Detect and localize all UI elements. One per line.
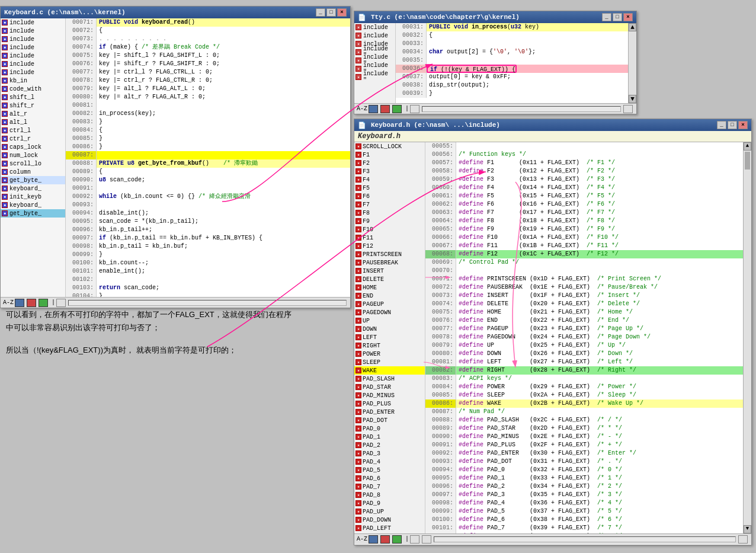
kbh-pad-2[interactable]: ★ PAD_2: [354, 441, 425, 449]
kbh-scroll-lock[interactable]: ★ SCROLL_LOCK: [354, 142, 425, 151]
sidebar-include-4[interactable]: ● include: [1, 43, 65, 52]
kbh-line-61: 00061: #define F5 (0x15 + FLAG_EXT) /* F…: [425, 192, 743, 200]
tty-close[interactable]: ×: [623, 13, 633, 21]
tty-sidebar-include-7[interactable]: ★ include ": [354, 73, 395, 81]
kbh-pad-enter[interactable]: ★ PAD_ENTER: [354, 408, 425, 416]
keyboard-h-window[interactable]: 📄 Keyboard.h (e:\nasm\ ...\include) _ □ …: [354, 119, 752, 545]
sidebar-init-keyb[interactable]: ● init_keyb: [1, 193, 65, 201]
line-91: 00091:: [66, 184, 350, 193]
kbh-line-94: 00094: #define PAD_0 (0x32 + FLAG_EXT) /…: [425, 466, 743, 474]
kbh-line-59: 00059: #define F3 (0x13 + FLAG_EXT) /* F…: [425, 175, 743, 184]
kbh-f3[interactable]: ★ F3: [354, 167, 425, 175]
kbh-line-78: 00078: #define PAGEDOWN (0x24 + FLAG_EXT…: [425, 333, 743, 341]
sidebar-include-1[interactable]: ● include: [1, 18, 65, 27]
sidebar-get-byte-current[interactable]: ● get_byte_: [1, 209, 65, 218]
kbh-pad-minus[interactable]: ★ PAD_MINUS: [354, 391, 425, 399]
sidebar-include-7[interactable]: ● include: [1, 68, 65, 76]
sidebar-ctrl-l[interactable]: ● ctrl_l: [1, 126, 65, 135]
tty-maximize[interactable]: □: [613, 13, 622, 21]
kbh-line-75: 00075: #define HOME (0x21 + FLAG_EXT) /*…: [425, 308, 743, 317]
sidebar-code-with[interactable]: ● code_with: [1, 85, 65, 93]
kbh-f8[interactable]: ★ F8: [354, 209, 425, 217]
kbh-line-95: 00095: #define PAD_1 (0x33 + FLAG_EXT) /…: [425, 474, 743, 482]
kbh-delete[interactable]: ★ DELETE: [354, 275, 425, 283]
kbh-line-68: 00068: #define F12 (0x1C + FLAG_EXT) /* …: [425, 250, 743, 258]
kbh-f9[interactable]: ★ F9: [354, 217, 425, 225]
kbh-line-63: 00063: #define F7 (0x17 + FLAG_EXT) /* F…: [425, 209, 743, 217]
sidebar-include-6[interactable]: ● include: [1, 60, 65, 68]
kbh-down[interactable]: ★ DOWN: [354, 325, 425, 333]
kbh-pad-down[interactable]: ★ PAD_DOWN: [354, 516, 425, 524]
tty-sidebar-include-1[interactable]: ★ include: [354, 23, 395, 31]
maximize-button[interactable]: □: [326, 8, 336, 17]
kbh-end[interactable]: ★ END: [354, 292, 425, 300]
kbh-pad-plus[interactable]: ★ PAD_PLUS: [354, 399, 425, 408]
kbh-pad-right[interactable]: ★ PAD_RIGHT: [354, 532, 425, 533]
kbh-f6[interactable]: ★ F6: [354, 192, 425, 200]
kbh-pad-left[interactable]: ★ PAD_LEFT: [354, 524, 425, 532]
kbh-maximize[interactable]: □: [728, 121, 737, 129]
kbh-pad-6[interactable]: ★ PAD_6: [354, 474, 425, 482]
kbh-minimize[interactable]: _: [717, 121, 726, 129]
kbh-f11[interactable]: ★ F11: [354, 234, 425, 242]
kbh-pad-1[interactable]: ★ PAD_1: [354, 433, 425, 441]
kbh-pad-8[interactable]: ★ PAD_8: [354, 491, 425, 499]
kbh-f5[interactable]: ★ F5: [354, 184, 425, 192]
tty-minimize[interactable]: _: [602, 13, 611, 21]
sidebar-include-5[interactable]: ● include: [1, 52, 65, 60]
kbh-pausebreak[interactable]: ★ PAUSEBREAK: [354, 258, 425, 267]
sidebar-ctrl-r[interactable]: ● ctrl_r: [1, 135, 65, 143]
kbh-pad-0[interactable]: ★ PAD_0: [354, 424, 425, 433]
line-81: 00081:: [66, 101, 350, 110]
kbh-pad-slash[interactable]: ★ PAD_SLASH: [354, 375, 425, 383]
sidebar-keyboard-2[interactable]: ● keyboard_: [1, 201, 65, 209]
kbh-pageup[interactable]: ★ PAGEUP: [354, 300, 425, 308]
sidebar-num-lock[interactable]: ● num_lock: [1, 151, 65, 159]
sidebar-include-2[interactable]: ● include: [1, 27, 65, 35]
line-86: 00086: }: [66, 143, 350, 151]
kbh-insert[interactable]: ★ INSERT: [354, 267, 425, 275]
kbh-wake[interactable]: ★ WAKE: [354, 366, 425, 375]
kbh-left[interactable]: ★ LEFT: [354, 333, 425, 341]
close-button[interactable]: ×: [337, 8, 347, 17]
kbh-line-96: 00096: #define PAD_2 (0x34 + FLAG_EXT) /…: [425, 482, 743, 491]
sidebar-alt-l[interactable]: ● alt_l: [1, 118, 65, 126]
tty-sidebar-include-2[interactable]: ★ include: [354, 31, 395, 40]
sidebar-caps-lock[interactable]: ● caps_lock: [1, 143, 65, 151]
kbh-pad-up[interactable]: ★ PAD_UP: [354, 507, 425, 516]
sidebar-alt-r[interactable]: ● alt_r: [1, 110, 65, 118]
tty-c-window[interactable]: 📄 Tty.c (e:\nasm\code\chapter7\g\kernel)…: [354, 11, 637, 114]
kbh-home[interactable]: ★ HOME: [354, 283, 425, 292]
kbh-pad-5[interactable]: ★ PAD_5: [354, 466, 425, 474]
minimize-button[interactable]: _: [316, 8, 325, 17]
kbh-f7[interactable]: ★ F7: [354, 200, 425, 209]
kbh-pagedown[interactable]: ★ PAGEDOWN: [354, 308, 425, 317]
kbh-f4[interactable]: ★ F4: [354, 175, 425, 184]
keyboard-c-window[interactable]: Keyboard.c (e:\nasm\...\kernel) _ □ × ● …: [0, 6, 351, 308]
sidebar-shift-r[interactable]: ● shift_r: [1, 101, 65, 110]
kbh-right[interactable]: ★ RIGHT: [354, 341, 425, 350]
sidebar-scroll-lo[interactable]: ● scroll_lo: [1, 159, 65, 168]
kbh-sleep[interactable]: ★ SLEEP: [354, 358, 425, 366]
sidebar-shift-l[interactable]: ● shift_l: [1, 93, 65, 101]
kbh-power[interactable]: ★ POWER: [354, 350, 425, 358]
kbh-pad-star[interactable]: ★ PAD_STAR: [354, 383, 425, 391]
kbh-pad-3[interactable]: ★ PAD_3: [354, 449, 425, 458]
sidebar-column[interactable]: ● column: [1, 168, 65, 176]
kbh-f1[interactable]: ★ F1: [354, 151, 425, 159]
sidebar-keyboard-read[interactable]: ● keyboard_: [1, 184, 65, 193]
kbh-f10[interactable]: ★ F10: [354, 225, 425, 234]
kbh-f12[interactable]: ★ F12: [354, 242, 425, 250]
kbh-pad-4[interactable]: ★ PAD_4: [354, 458, 425, 466]
sidebar-get-byte[interactable]: ● get_byte_: [1, 176, 65, 184]
sidebar-kb-in[interactable]: ● kb_in: [1, 76, 65, 85]
kbh-close[interactable]: ×: [738, 121, 748, 129]
kbh-printscreen[interactable]: ★ PRINTSCREEN: [354, 250, 425, 258]
kbh-pad-9[interactable]: ★ PAD_9: [354, 499, 425, 507]
tty-c-icon: 📄: [358, 14, 366, 21]
sidebar-include-3[interactable]: ● include: [1, 35, 65, 43]
kbh-up[interactable]: ★ UP: [354, 317, 425, 325]
kbh-f2[interactable]: ★ F2: [354, 159, 425, 167]
kbh-pad-dot[interactable]: ★ PAD_DOT: [354, 416, 425, 424]
kbh-pad-7[interactable]: ★ PAD_7: [354, 482, 425, 491]
